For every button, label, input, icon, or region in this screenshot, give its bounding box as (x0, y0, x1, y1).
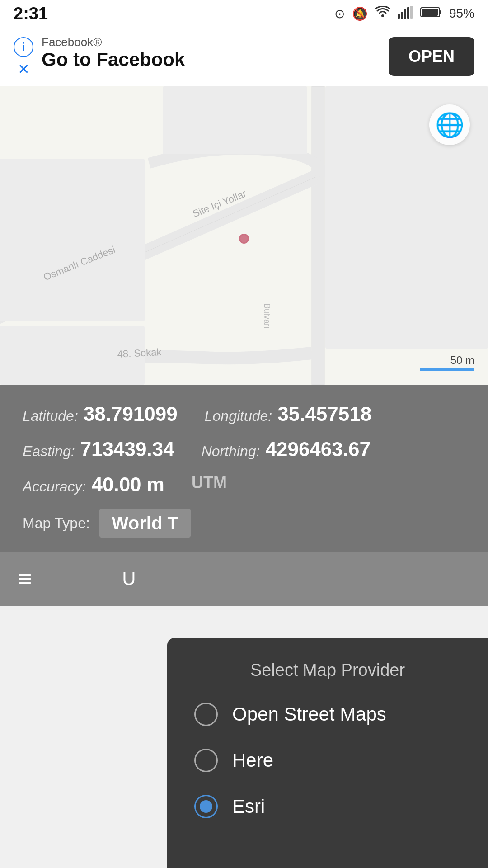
status-icons: ⊙ 🔕 (334, 6, 474, 22)
esri-label: Esri (232, 796, 265, 817)
signal-icon (398, 6, 413, 22)
svg-rect-8 (422, 9, 438, 16)
info-panel: Latitude: 38.791099 Longitude: 35.457518… (0, 385, 488, 552)
lat-value: 38.791099 (84, 403, 178, 425)
here-label: Here (232, 750, 273, 771)
bottom-nav: ≡ U (0, 552, 488, 606)
svg-text:48. Sokak: 48. Sokak (117, 346, 162, 360)
wifi-icon (375, 6, 390, 22)
radio-selected-indicator (200, 800, 212, 813)
mute-icon: 🔕 (352, 6, 368, 21)
latitude-col: Latitude: 38.791099 (23, 403, 178, 425)
east-value: 713439.34 (80, 438, 174, 461)
fb-open-button[interactable]: OPEN (389, 37, 474, 76)
fb-banner-left: i ✕ Facebook® Go to Facebook (14, 35, 185, 78)
map-area[interactable]: Site İçi Yollar Osmanlı Caddesi 48. Soka… (0, 86, 488, 385)
svg-rect-1 (398, 14, 400, 19)
accuracy-col: Accuracy: 40.00 m (23, 473, 164, 496)
radio-here (194, 749, 218, 772)
location-icon: ⊙ (334, 6, 345, 21)
dropdown-title: Select Map Provider (194, 660, 461, 680)
lon-value: 35.457518 (277, 403, 371, 425)
fb-app-label: Facebook® (42, 35, 185, 49)
svg-rect-10 (312, 86, 324, 385)
option-esri[interactable]: Esri (194, 795, 461, 818)
east-label: Easting: (23, 443, 75, 460)
radio-esri (194, 795, 218, 818)
map-type-label: Map Type: (23, 515, 90, 532)
status-time: 2:31 (14, 4, 48, 24)
utm-col: UTM (192, 473, 227, 496)
svg-point-0 (381, 14, 384, 17)
north-label: Northing: (202, 443, 260, 460)
map-scale: 50 m (420, 354, 474, 371)
facebook-banner: i ✕ Facebook® Go to Facebook OPEN (0, 27, 488, 86)
svg-rect-4 (407, 7, 409, 19)
scale-bar (420, 368, 474, 371)
svg-rect-5 (410, 6, 413, 19)
svg-rect-16 (163, 86, 307, 154)
nav-u-button[interactable]: U (122, 568, 136, 590)
lat-lon-row: Latitude: 38.791099 Longitude: 35.457518 (23, 403, 465, 425)
utm-label: UTM (192, 473, 227, 492)
scale-label: 50 m (450, 354, 474, 367)
easting-col: Easting: 713439.34 (23, 438, 174, 461)
option-here[interactable]: Here (194, 749, 461, 772)
longitude-col: Longitude: 35.457518 (205, 403, 371, 425)
location-dot (239, 234, 249, 244)
fb-info-icon: i (14, 37, 33, 57)
battery-percentage: 95% (449, 6, 474, 21)
northing-col: Northing: 4296463.67 (202, 438, 371, 461)
north-value: 4296463.67 (265, 438, 370, 461)
svg-rect-3 (404, 9, 406, 19)
radio-open-street-maps (194, 703, 218, 726)
lat-label: Latitude: (23, 408, 78, 425)
fb-title: Go to Facebook (42, 49, 185, 70)
close-icon[interactable]: ✕ (14, 61, 33, 78)
radio-empty-1 (200, 708, 212, 721)
radio-empty-2 (200, 754, 212, 767)
svg-rect-7 (440, 10, 441, 14)
acc-value: 40.00 m (91, 473, 164, 496)
svg-rect-13 (0, 159, 145, 321)
lon-label: Longitude: (205, 408, 272, 425)
acc-label: Accuracy: (23, 478, 86, 495)
open-street-maps-label: Open Street Maps (232, 703, 386, 725)
map-provider-dropdown: Select Map Provider Open Street Maps Her… (167, 638, 488, 868)
map-type-value[interactable]: World T (99, 509, 191, 538)
accuracy-row: Accuracy: 40.00 m UTM (23, 473, 465, 496)
svg-rect-2 (401, 12, 403, 19)
svg-text:Bulvarı: Bulvarı (263, 303, 272, 329)
map-type-row: Map Type: World T (23, 509, 465, 538)
status-bar: 2:31 ⊙ 🔕 (0, 0, 488, 27)
option-open-street-maps[interactable]: Open Street Maps (194, 703, 461, 726)
east-north-row: Easting: 713439.34 Northing: 4296463.67 (23, 438, 465, 461)
fb-text-block: Facebook® Go to Facebook (42, 35, 185, 70)
battery-icon (420, 6, 442, 21)
hamburger-menu-icon[interactable]: ≡ (18, 565, 32, 592)
globe-icon[interactable]: 🌐 (429, 104, 470, 145)
